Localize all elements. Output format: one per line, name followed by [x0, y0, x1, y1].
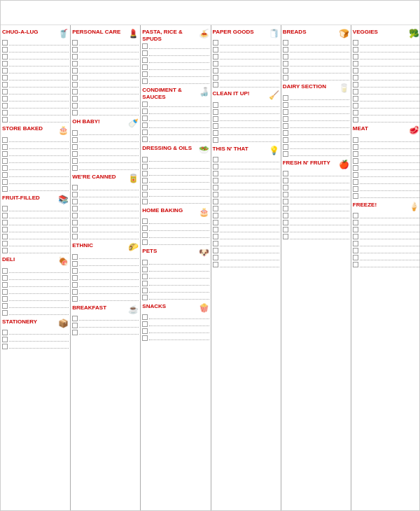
checkbox[interactable] [213, 75, 218, 80]
checkbox[interactable] [283, 151, 288, 157]
checkbox[interactable] [353, 248, 358, 253]
checkbox[interactable] [283, 137, 288, 143]
checkbox[interactable] [353, 227, 358, 232]
checkbox[interactable] [283, 220, 288, 225]
checkbox[interactable] [72, 289, 78, 295]
checkbox[interactable] [72, 54, 78, 59]
checkbox[interactable] [72, 261, 78, 267]
checkbox[interactable] [142, 64, 148, 70]
checkbox[interactable] [142, 57, 148, 63]
checkbox[interactable] [142, 267, 148, 272]
checkbox[interactable] [2, 282, 8, 288]
checkbox[interactable] [72, 165, 78, 171]
checkbox[interactable] [142, 192, 148, 197]
checkbox[interactable] [2, 206, 8, 211]
checkbox[interactable] [283, 192, 288, 197]
checkbox[interactable] [283, 178, 288, 183]
checkbox[interactable] [213, 227, 218, 232]
checkbox[interactable] [142, 239, 148, 245]
checkbox[interactable] [72, 110, 78, 115]
checkbox[interactable] [213, 192, 218, 197]
checkbox[interactable] [213, 171, 218, 176]
checkbox[interactable] [2, 89, 8, 94]
checkbox[interactable] [142, 122, 148, 128]
checkbox[interactable] [283, 123, 288, 129]
checkbox[interactable] [353, 172, 358, 178]
checkbox[interactable] [142, 288, 148, 293]
checkbox[interactable] [142, 218, 148, 224]
checkbox[interactable] [283, 199, 288, 204]
checkbox[interactable] [2, 172, 8, 178]
checkbox[interactable] [213, 185, 218, 190]
checkbox[interactable] [283, 234, 288, 239]
checkbox[interactable] [72, 103, 78, 108]
checkbox[interactable] [353, 96, 358, 102]
checkbox[interactable] [2, 61, 8, 66]
checkbox[interactable] [142, 281, 148, 286]
checkbox[interactable] [142, 108, 148, 114]
checkbox[interactable] [2, 103, 8, 108]
checkbox[interactable] [72, 227, 78, 232]
checkbox[interactable] [72, 296, 78, 302]
checkbox[interactable] [213, 130, 218, 136]
checkbox[interactable] [142, 274, 148, 279]
checkbox[interactable] [283, 40, 288, 46]
checkbox[interactable] [2, 227, 8, 232]
checkbox[interactable] [142, 314, 148, 320]
checkbox[interactable] [142, 321, 148, 327]
checkbox[interactable] [2, 275, 8, 281]
checkbox[interactable] [353, 47, 358, 52]
checkbox[interactable] [213, 137, 218, 143]
checkbox[interactable] [2, 96, 8, 102]
checkbox[interactable] [353, 151, 358, 157]
checkbox[interactable] [2, 137, 8, 143]
checkbox[interactable] [72, 234, 78, 239]
checkbox[interactable] [142, 157, 148, 162]
checkbox[interactable] [72, 268, 78, 274]
checkbox[interactable] [213, 102, 218, 108]
checkbox[interactable] [283, 130, 288, 136]
checkbox[interactable] [2, 151, 8, 157]
checkbox[interactable] [353, 89, 358, 94]
checkbox[interactable] [2, 310, 8, 316]
checkbox[interactable] [353, 220, 358, 225]
checkbox[interactable] [2, 344, 8, 349]
checkbox[interactable] [72, 96, 78, 102]
checkbox[interactable] [213, 116, 218, 122]
checkbox[interactable] [142, 164, 148, 169]
checkbox[interactable] [213, 206, 218, 211]
checkbox[interactable] [72, 254, 78, 260]
checkbox[interactable] [2, 213, 8, 218]
checkbox[interactable] [2, 40, 8, 46]
checkbox[interactable] [283, 61, 288, 66]
checkbox[interactable] [2, 303, 8, 309]
checkbox[interactable] [213, 164, 218, 169]
checkbox[interactable] [353, 193, 358, 199]
checkbox[interactable] [213, 213, 218, 218]
checkbox[interactable] [2, 234, 8, 239]
checkbox[interactable] [142, 102, 148, 107]
checkbox[interactable] [72, 144, 78, 150]
checkbox[interactable] [213, 40, 218, 46]
checkbox[interactable] [142, 50, 148, 56]
checkbox[interactable] [2, 165, 8, 171]
checkbox[interactable] [2, 179, 8, 185]
checkbox[interactable] [353, 82, 358, 88]
checkbox[interactable] [2, 110, 8, 115]
checkbox[interactable] [2, 186, 8, 192]
checkbox[interactable] [142, 260, 148, 265]
checkbox[interactable] [2, 117, 8, 122]
checkbox[interactable] [142, 71, 148, 77]
checkbox[interactable] [353, 75, 358, 80]
checkbox[interactable] [353, 137, 358, 143]
checkbox[interactable] [72, 151, 78, 157]
checkbox[interactable] [142, 225, 148, 231]
checkbox[interactable] [213, 54, 218, 59]
checkbox[interactable] [353, 186, 358, 192]
checkbox[interactable] [72, 220, 78, 225]
checkbox[interactable] [72, 137, 78, 143]
checkbox[interactable] [72, 330, 78, 335]
checkbox[interactable] [213, 157, 218, 162]
checkbox[interactable] [2, 54, 8, 59]
checkbox[interactable] [2, 296, 8, 302]
